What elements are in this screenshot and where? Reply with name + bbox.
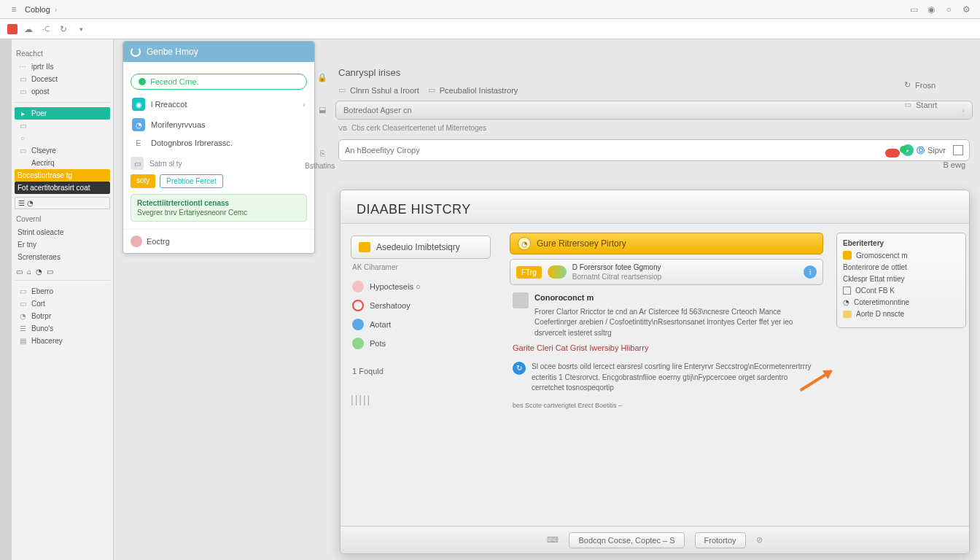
side-line[interactable]: ◔Coteretimonntine [843,298,960,306]
close-icon[interactable]: ⊘ [756,535,763,545]
panel-item[interactable]: EDotognbros Irbrerassc. [131,135,307,151]
footer-button[interactable]: Bodcqn Cocse, Coptec – S [569,532,684,548]
link-icon[interactable]: -ᑕ [39,23,52,36]
tag[interactable]: soty [131,174,155,188]
tag[interactable]: Prebtioe Fercet [160,174,222,188]
nav-primary-button[interactable]: Asedeuio Imibtetsiqry [351,236,491,259]
panel-item[interactable]: ◔Morifenyrvvuas [131,114,307,135]
box-icon[interactable]: ▭ [16,268,23,276]
info-row: ↻ Sl ocee bosrts oild lercect earsresl c… [513,362,820,394]
dots-icon: ⋯ [18,63,28,71]
sidebar-item[interactable]: ⋯iprtr IIs [15,61,110,73]
refresh-icon: ↻ [904,80,911,90]
search-input[interactable]: ▸ⒹSipvr [338,139,970,161]
box-icon: ▭ [18,287,28,295]
nav-option[interactable]: Pots [351,334,491,353]
search-icon[interactable]: ○ [942,3,955,16]
badge-icon: ◔ [132,118,145,131]
side-card: Eberitertery Gromoscenct m Bonterirore d… [836,233,966,328]
side-line[interactable]: Aorte D nnscte [843,310,960,318]
panel-item[interactable]: ◉l Rreaccot› [131,94,307,114]
nav-option[interactable]: Sershatooy [351,296,491,315]
sidebar-item[interactable]: ▭Clseyre [15,144,110,157]
side-line[interactable]: Cklespr Ettat rntiey [843,275,960,283]
sidebar-item[interactable]: ○ [15,132,110,144]
sidebar-item[interactable]: ▭Docesct [15,73,110,85]
grid-icon: ▤ [18,337,28,345]
clock-icon: ◔ [18,312,28,320]
footer-button[interactable]: Frotortoy [695,532,746,548]
sidebar-item[interactable]: Scrensteraes [15,251,110,263]
sidebar-item[interactable]: Strint osleacte [15,226,110,238]
box-icon: ▭ [18,122,28,130]
sidebar-item[interactable]: ☰Buno's [15,322,110,335]
doc-icon: ▭ [18,88,28,96]
result-row[interactable]: FTrg D Forersrsor fotee Ggmony Bornatnt … [510,259,823,285]
sidebar-item-highlight[interactable]: Bocestiortrase tg [15,169,110,182]
settings-icon[interactable]: ⚙ [960,3,973,16]
hint-item[interactable]: ↻Frosn [904,80,967,90]
info-icon[interactable]: i [804,265,817,279]
more-icon[interactable]: ▾ [74,23,88,36]
checkbox[interactable] [843,287,851,295]
clock-icon[interactable]: ◔ [36,268,42,276]
widget-box[interactable]: ☰ ◔ [15,197,110,209]
sidebar-item[interactable]: ▭ [15,120,110,132]
result-meta: D Forersrsor fotee Ggmony Bornatnt Citra… [572,262,798,281]
panel-header: Genbe Hmoy [123,42,314,62]
box-icon: ▭ [904,100,911,109]
history-icon: ◔ [518,237,531,250]
info-bar[interactable]: Botredaot Agser cn › [335,101,973,120]
breadcrumb: ▭Clnrn Sshul a Iroort ▭Pceubaliol Inista… [338,85,970,95]
crumb-item[interactable]: ▭Clnrn Sshul a Iroort [338,85,419,95]
nav-option[interactable]: 1 Foquld [351,363,491,379]
side-line[interactable]: Bonterirore de ottiet [843,263,960,271]
description-block: Conoroconct m Frorer Clartor Rricctor te… [510,292,823,411]
nav-option[interactable]: Hypocteseis ○ [351,277,491,296]
list-icon: ☰ [18,324,28,332]
sidebar-item[interactable]: Aecrirq [15,157,110,169]
search-go[interactable]: ▸ⒹSipvr [902,144,963,156]
keyboard-icon: ⌨ [547,535,559,545]
gold-header-bar[interactable]: ◔ Gure Ritrersoey Pirtory [510,233,823,254]
lock-icon[interactable]: 🔒 [315,70,330,85]
sub-label: VBCbs cerk Cleasertcertenet uf Miterreto… [338,124,970,132]
sidebar-item[interactable]: Er tny [15,238,110,251]
footer-link[interactable]: bes Scote cartverigtet Erect Boetitis – [513,401,622,411]
sidebar-item[interactable]: ▭Eberro [15,285,110,298]
globe-icon[interactable]: ◉ [925,3,938,16]
box-icon[interactable]: ▭ [47,268,53,276]
sidebar-item[interactable]: ▤Hbacerey [15,335,110,347]
home-icon[interactable]: ⌂ [27,268,31,276]
sidebar-item[interactable]: ◔Botrpr [15,310,110,322]
checkbox[interactable] [953,145,963,155]
link-icon[interactable]: ⎘ [315,146,330,160]
bubble-icon [352,338,364,349]
clock-icon: ◔ [843,298,849,306]
dialog-title: DIAABE HISTCRY [341,190,969,224]
nav-option[interactable]: Aotart [351,315,491,334]
refresh-icon[interactable]: ↻ [57,23,70,36]
window-icon[interactable]: ▭ [907,3,920,16]
desc-headline: Conoroconct m [534,292,820,304]
sidebar-item-dark[interactable]: Fot acertitobrasirt coat [15,182,110,194]
side-line[interactable]: OCont FB K [843,287,960,295]
tag-icon[interactable]: ⬓ [315,102,330,117]
status-pill[interactable]: Feceod Crne. [131,74,307,90]
menu-icon[interactable]: ≡ [7,3,20,16]
note-title: Rctecttiitrterctiontl cenass [137,199,300,207]
sidebar-item-active[interactable]: ▸Poer [15,107,110,120]
reload-icon[interactable] [131,47,141,57]
app-title: Coblog [25,5,50,14]
box-icon [843,251,852,260]
box-icon: ▭ [18,300,28,308]
side-line[interactable]: Gromoscenct m [843,251,960,260]
toggle-icon[interactable] [548,265,567,279]
sidebar-item[interactable]: ▭Cort [15,298,110,310]
cloud-icon[interactable]: ☁ [22,23,35,36]
crumb-item[interactable]: ▭Pceubaliol Inistastrory [428,85,518,95]
desc-text: Frorer Clartor Rricctor te cnd an Ar Cis… [534,307,820,339]
search-field[interactable] [345,146,902,155]
sidebar-item[interactable]: ▭opost [15,85,110,98]
hint-item[interactable]: ▭Stanrt [904,100,967,109]
